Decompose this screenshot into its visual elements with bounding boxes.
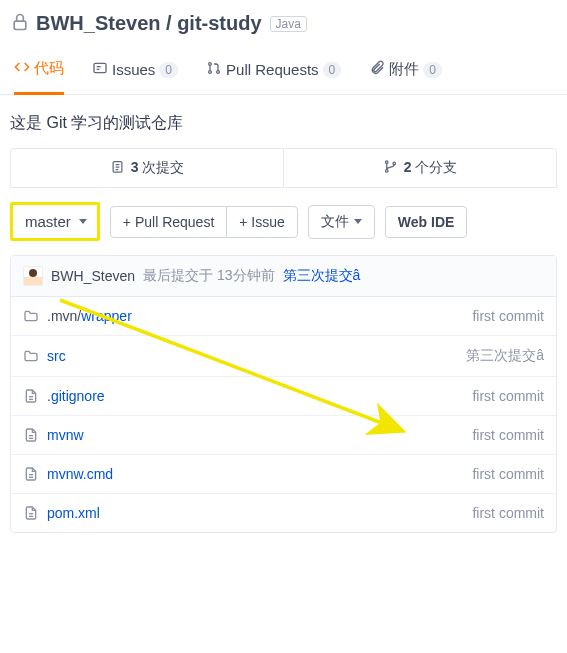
file-row[interactable]: mvnw.cmdfirst commit — [11, 454, 556, 493]
file-row[interactable]: pom.xmlfirst commit — [11, 493, 556, 532]
create-group: + Pull Request + Issue — [110, 206, 298, 238]
attachment-icon — [369, 60, 385, 79]
latest-commit-row: BWH_Steven 最后提交于 13分钟前 第三次提交â — [11, 256, 556, 297]
file-commit-msg: 第三次提交â — [466, 347, 544, 365]
issues-count: 0 — [159, 62, 178, 78]
file-commit-msg: first commit — [472, 427, 544, 443]
svg-point-12 — [385, 170, 388, 173]
branch-icon — [383, 159, 398, 177]
file-commit-msg: first commit — [472, 388, 544, 404]
tab-pull-requests[interactable]: Pull Requests 0 — [206, 54, 341, 93]
caret-down-icon — [354, 219, 362, 224]
attach-count: 0 — [423, 62, 442, 78]
commits-stat[interactable]: 3 次提交 — [11, 149, 283, 187]
file-row[interactable]: src第三次提交â — [11, 335, 556, 376]
new-issue-button[interactable]: + Issue — [226, 206, 298, 238]
branches-stat[interactable]: 2 个分支 — [283, 149, 556, 187]
file-icon — [23, 466, 41, 482]
folder-icon — [23, 308, 41, 324]
nav-tabs: 代码 Issues 0 Pull Requests 0 附件 0 — [0, 39, 567, 95]
file-icon — [23, 388, 41, 404]
lock-icon — [10, 12, 30, 35]
pr-count: 0 — [323, 62, 342, 78]
repo-header: BWH_Steven / git-study Java — [0, 0, 567, 39]
pull-request-icon — [206, 60, 222, 79]
commits-icon — [110, 159, 125, 177]
file-commit-msg: first commit — [472, 466, 544, 482]
folder-icon — [23, 348, 41, 364]
language-tag: Java — [270, 16, 307, 32]
file-row[interactable]: mvnwfirst commit — [11, 415, 556, 454]
tab-attachments[interactable]: 附件 0 — [369, 54, 442, 93]
repo-title[interactable]: BWH_Steven / git-study — [36, 12, 262, 35]
svg-point-11 — [385, 161, 388, 164]
svg-rect-0 — [14, 21, 26, 29]
file-icon — [23, 427, 41, 443]
file-name[interactable]: mvnw — [47, 427, 84, 443]
caret-down-icon — [79, 219, 87, 224]
svg-point-5 — [209, 71, 212, 74]
file-name[interactable]: mvnw.cmd — [47, 466, 113, 482]
avatar[interactable] — [23, 266, 43, 286]
file-name[interactable]: pom.xml — [47, 505, 100, 521]
file-name[interactable]: src — [47, 348, 66, 364]
repo-description: 这是 Git 学习的测试仓库 — [0, 95, 567, 148]
svg-point-6 — [217, 71, 220, 74]
commit-time: 最后提交于 13分钟前 — [143, 267, 274, 285]
file-name[interactable]: .gitignore — [47, 388, 105, 404]
repo-owner[interactable]: BWH_Steven — [36, 12, 160, 34]
svg-point-13 — [393, 162, 396, 165]
file-commit-msg: first commit — [472, 505, 544, 521]
repo-name[interactable]: git-study — [177, 12, 261, 34]
file-list: .mvn/wrapperfirst commitsrc第三次提交â.gitign… — [11, 297, 556, 532]
svg-rect-1 — [94, 63, 106, 72]
issues-icon — [92, 60, 108, 79]
svg-point-4 — [209, 63, 212, 66]
code-icon — [14, 59, 30, 78]
new-pull-request-button[interactable]: + Pull Request — [110, 206, 227, 238]
web-ide-button[interactable]: Web IDE — [385, 206, 468, 238]
file-commit-msg: first commit — [472, 308, 544, 324]
commit-author[interactable]: BWH_Steven — [51, 268, 135, 284]
commit-message-link[interactable]: 第三次提交â — [283, 267, 361, 285]
action-bar: master + Pull Request + Issue 文件 Web IDE — [0, 188, 567, 255]
tab-code[interactable]: 代码 — [14, 53, 64, 95]
branch-selector[interactable]: master — [10, 202, 100, 241]
file-panel: BWH_Steven 最后提交于 13分钟前 第三次提交â .mvn/wrapp… — [10, 255, 557, 533]
file-row[interactable]: .mvn/wrapperfirst commit — [11, 297, 556, 335]
stats-bar: 3 次提交 2 个分支 — [10, 148, 557, 188]
file-name[interactable]: .mvn/wrapper — [47, 308, 132, 324]
file-icon — [23, 505, 41, 521]
file-row[interactable]: .gitignorefirst commit — [11, 376, 556, 415]
files-dropdown[interactable]: 文件 — [308, 205, 375, 239]
tab-issues[interactable]: Issues 0 — [92, 54, 178, 93]
